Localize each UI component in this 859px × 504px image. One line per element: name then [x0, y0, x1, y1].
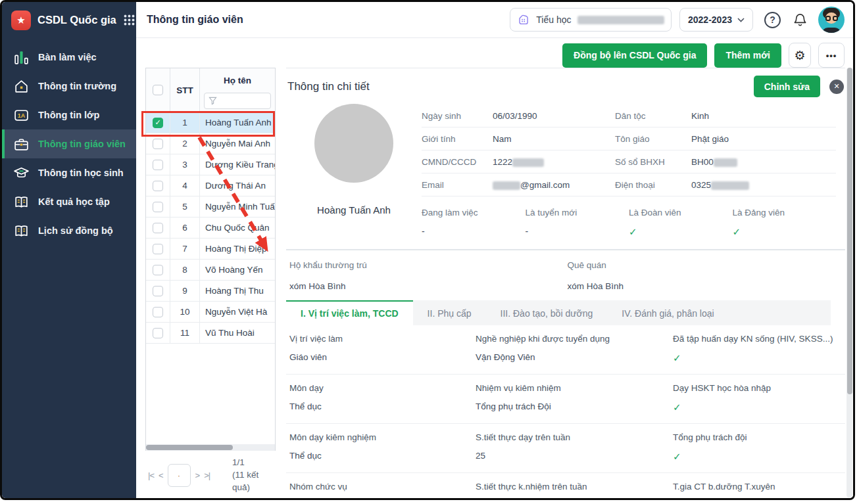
row-teacher-name: Nguyễn Minh Tuấ [200, 196, 275, 217]
close-icon: ✕ [833, 82, 839, 91]
row-checkbox[interactable]: ✓ [153, 160, 163, 170]
redacted-value [493, 181, 520, 190]
next-page-button[interactable]: > [195, 470, 200, 480]
status-field: Đang làm việc -✓ [422, 208, 526, 239]
select-all-checkbox[interactable]: ✓ [153, 85, 163, 95]
detail-cell: T.gia CT b.dưỡng T.xuyên ✓ [673, 473, 845, 498]
row-checkbox[interactable]: ✓ [153, 286, 163, 296]
row-checkbox[interactable]: ✓ [153, 223, 163, 233]
detail-tab[interactable]: I. Vị trí việc làm, TCCD [286, 300, 413, 325]
row-checkbox[interactable]: ✓ [153, 118, 163, 128]
row-teacher-name: Hoàng Thị Điệp [200, 239, 275, 259]
sidebar-item-label: Thông tin trường [38, 81, 116, 91]
detail-cell-label: Nhóm chức vụ [289, 482, 470, 492]
detail-cell-label: Dạy HSKT học hòa nhập [673, 383, 840, 393]
apps-grid-icon[interactable] [123, 14, 135, 26]
row-checkbox[interactable]: ✓ [153, 328, 163, 338]
sidebar-item-students[interactable]: Thông tin học sinh [2, 158, 136, 187]
table-row[interactable]: ✓ 1 Hoàng Tuấn Anh [146, 112, 275, 133]
name-filter-input[interactable] [204, 93, 271, 109]
notifications-button[interactable] [793, 12, 808, 28]
table-row[interactable]: ✓ 11 Vũ Thu Hoài [146, 323, 275, 344]
settings-button[interactable]: ⚙ [789, 43, 811, 68]
scrollbar-thumb[interactable] [847, 68, 852, 394]
detail-tab[interactable]: II. Phụ cấp [413, 300, 486, 325]
row-checkbox[interactable]: ✓ [153, 265, 163, 275]
row-checkbox[interactable]: ✓ [153, 307, 163, 317]
row-stt: 10 [170, 302, 200, 322]
row-checkbox-cell: ✓ [146, 218, 170, 238]
detail-title: Thông tin chi tiết [287, 80, 754, 93]
table-row[interactable]: ✓ 7 Hoàng Thị Điệp [146, 239, 275, 260]
school-house-icon [13, 78, 30, 95]
detail-cell-value: Giáo viên✓ [289, 352, 470, 363]
sidebar-item-sync-history[interactable]: Lịch sử đồng bộ [2, 216, 136, 245]
check-icon: ✓ [673, 352, 681, 363]
row-teacher-name: Vũ Thu Hoài [200, 323, 275, 343]
table-row[interactable]: ✓ 3 Dương Kiều Trang [146, 154, 275, 175]
table-row[interactable]: ✓ 10 Nguyễn Việt Hà [146, 302, 275, 323]
sidebar-item-school[interactable]: Thông tin trường [2, 72, 136, 101]
avatar-glasses [825, 16, 839, 21]
add-new-button[interactable]: Thêm mới [714, 43, 781, 68]
row-checkbox-cell: ✓ [146, 133, 170, 154]
help-button[interactable]: ? [764, 12, 781, 28]
row-teacher-name: Hoàng Thị Thu [200, 281, 275, 301]
status-value: ✓ [629, 226, 733, 239]
page-title: Thông tin giáo viên [147, 14, 510, 26]
more-options-button[interactable]: ••• [818, 43, 845, 68]
table-horizontal-scrollbar[interactable] [145, 444, 276, 451]
school-year-select[interactable]: 2022-2023 [679, 8, 753, 32]
user-avatar[interactable] [818, 7, 845, 33]
prev-page-button[interactable]: < [159, 470, 163, 480]
address-label: Hộ khẩu thường trú [289, 260, 568, 270]
edit-button[interactable]: Chỉnh sửa [754, 76, 820, 97]
sidebar-item-teachers[interactable]: Thông tin giáo viên [2, 129, 136, 158]
row-checkbox[interactable]: ✓ [153, 139, 163, 149]
table-row[interactable]: ✓ 5 Nguyễn Minh Tuấ [146, 196, 275, 218]
status-label: Là Đoàn viên [629, 208, 733, 218]
row-checkbox[interactable]: ✓ [153, 244, 163, 254]
sidebar-item-results[interactable]: Kết quả học tập [2, 187, 136, 216]
sync-to-national-db-button[interactable]: Đồng bộ lên CSDL Quốc gia [562, 43, 707, 68]
sidebar-item-label: Thông tin giáo viên [38, 139, 126, 149]
detail-tab[interactable]: IV. Đánh giá, phân loại [607, 300, 728, 325]
detail-cell-value: ✓ [673, 401, 840, 413]
row-checkbox[interactable]: ✓ [153, 181, 163, 191]
table-row[interactable]: ✓ 8 Võ Hoàng Yến [146, 260, 275, 281]
select-all-cell: ✓ [146, 68, 170, 112]
detail-cell-value: Vận Động Viên✓ [476, 352, 668, 363]
row-teacher-name: Hoàng Tuấn Anh [200, 112, 275, 133]
row-stt: 8 [170, 260, 200, 280]
row-checkbox-cell: ✓ [146, 260, 170, 280]
detail-cell-value: ✓ [673, 352, 840, 364]
last-page-button[interactable]: >| [204, 470, 210, 480]
page-number-input[interactable]: · [168, 464, 191, 487]
table-row[interactable]: ✓ 4 Dương Thái An [146, 175, 275, 196]
detail-cell: Nhóm chức vụ Tổ phó chuyên môn✓ [286, 473, 476, 498]
address-field: Hộ khẩu thường trú xóm Hòa Bình [289, 260, 568, 300]
table-row[interactable]: ✓ 9 Hoàng Thị Thu [146, 281, 275, 302]
detail-cell: Môn dạy Thể dục✓ [286, 375, 476, 424]
detail-vertical-scrollbar[interactable] [847, 68, 852, 497]
name-filter-cell [200, 92, 275, 112]
row-checkbox[interactable]: ✓ [153, 202, 163, 212]
detail-tab[interactable]: III. Đào tạo, bồi dưỡng [486, 300, 608, 325]
check-icon: ✓ [673, 451, 681, 462]
sidebar-item-class[interactable]: 1A Thông tin lớp [2, 101, 136, 129]
status-field: Là tuyển mới -✓ [526, 208, 629, 239]
school-selector[interactable]: Tiểu học [510, 8, 672, 32]
row-checkbox-cell: ✓ [146, 196, 170, 217]
first-page-button[interactable]: |< [148, 470, 154, 480]
table-row[interactable]: ✓ 2 Nguyễn Mai Anh [146, 133, 275, 154]
sidebar-item-label: Thông tin học sinh [38, 168, 124, 178]
detail-cell: Nhiệm vụ kiêm nhiệm Tổng phụ trách Đội✓ [476, 375, 673, 424]
table-row[interactable]: ✓ 6 Chu Quốc Quân [146, 218, 275, 239]
sidebar-item-workspace[interactable]: Bàn làm việc [2, 43, 136, 72]
close-detail-button[interactable]: ✕ [829, 80, 844, 94]
filter-funnel-icon [209, 97, 217, 105]
address-label: Quê quán [568, 260, 846, 270]
avatar-shirt [822, 28, 841, 33]
scrollbar-thumb[interactable] [146, 445, 233, 450]
teacher-table-panel: ✓ STT Họ tên ✓ 1 [145, 68, 276, 497]
